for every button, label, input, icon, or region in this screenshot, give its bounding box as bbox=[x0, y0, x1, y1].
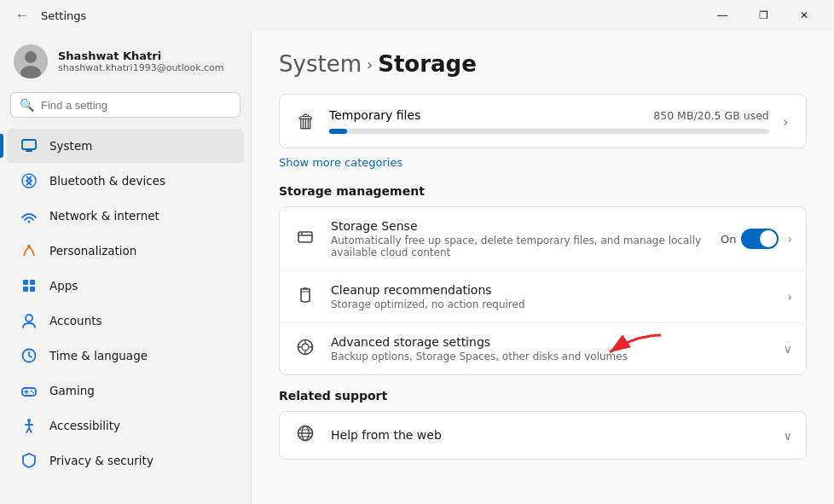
storage-bar-fill bbox=[329, 129, 347, 134]
title-bar: ← Settings — ❐ ✕ bbox=[0, 0, 834, 31]
maximize-button[interactable]: ❐ bbox=[744, 3, 783, 27]
toggle-label: On bbox=[721, 233, 736, 246]
cleanup-title: Cleanup recommendations bbox=[331, 283, 773, 297]
svg-rect-9 bbox=[23, 280, 28, 285]
close-button[interactable]: ✕ bbox=[785, 3, 824, 27]
storage-card-arrow: › bbox=[783, 113, 789, 130]
search-input[interactable] bbox=[41, 99, 231, 112]
support-card: Help from the web ∨ bbox=[279, 411, 807, 460]
svg-point-18 bbox=[31, 391, 32, 392]
sidebar-label-time: Time & language bbox=[49, 349, 148, 362]
svg-rect-3 bbox=[22, 140, 36, 149]
storage-card-size: 850 MB/20.5 GB used bbox=[653, 109, 769, 122]
svg-point-13 bbox=[26, 315, 32, 322]
sidebar-item-privacy[interactable]: Privacy & security bbox=[7, 443, 244, 478]
management-card: Storage Sense Automatically free up spac… bbox=[279, 206, 807, 375]
sidebar-label-privacy: Privacy & security bbox=[49, 454, 153, 467]
sidebar-item-personalization[interactable]: Personalization bbox=[7, 234, 244, 268]
sidebar-nav: System Bluetooth & devices bbox=[0, 128, 251, 478]
sidebar-item-bluetooth[interactable]: Bluetooth & devices bbox=[7, 164, 244, 198]
toggle-wrap: On bbox=[721, 229, 779, 249]
storage-sense-title: Storage Sense bbox=[331, 219, 707, 233]
sidebar-item-accessibility[interactable]: Accessibility bbox=[7, 408, 244, 443]
advanced-storage-text: Advanced storage settings Backup options… bbox=[331, 335, 770, 362]
svg-line-24 bbox=[29, 428, 32, 432]
svg-point-19 bbox=[32, 392, 34, 394]
sidebar-label-accounts: Accounts bbox=[49, 314, 102, 327]
advanced-storage-arrow: ∨ bbox=[784, 342, 792, 356]
sidebar-item-time[interactable]: Time & language bbox=[7, 339, 244, 373]
main-content: System › Storage 🗑 Temporary files 850 M… bbox=[252, 31, 834, 504]
svg-rect-12 bbox=[30, 287, 35, 292]
storage-sense-item[interactable]: Storage Sense Automatically free up spac… bbox=[280, 207, 806, 271]
sidebar-item-gaming[interactable]: Gaming bbox=[7, 374, 244, 408]
time-icon bbox=[20, 347, 38, 364]
search-box[interactable]: 🔍 bbox=[10, 92, 240, 118]
cleanup-arrow: › bbox=[787, 290, 792, 304]
sidebar-label-personalization: Personalization bbox=[49, 244, 136, 258]
sidebar: Shashwat Khatri shashwat.khatri1993@outl… bbox=[0, 31, 252, 504]
user-name: Shashwat Khatri bbox=[58, 49, 224, 62]
cleanup-icon bbox=[293, 286, 317, 309]
sidebar-label-bluetooth: Bluetooth & devices bbox=[49, 174, 165, 188]
svg-point-27 bbox=[301, 233, 303, 235]
advanced-storage-item[interactable]: Advanced storage settings Backup options… bbox=[280, 323, 806, 374]
sidebar-item-accounts[interactable]: Accounts bbox=[7, 304, 244, 338]
advanced-storage-icon bbox=[293, 338, 317, 361]
bluetooth-icon bbox=[20, 172, 38, 189]
accounts-icon bbox=[20, 312, 38, 329]
storage-card-title: Temporary files bbox=[329, 108, 420, 122]
breadcrumb: System › Storage bbox=[279, 51, 807, 77]
svg-point-31 bbox=[302, 344, 309, 350]
back-button[interactable]: ← bbox=[10, 6, 34, 25]
minimize-button[interactable]: — bbox=[703, 3, 742, 27]
user-section: Shashwat Khatri shashwat.khatri1993@outl… bbox=[0, 31, 251, 89]
privacy-icon bbox=[20, 452, 38, 469]
gaming-icon bbox=[20, 382, 38, 399]
sidebar-label-accessibility: Accessibility bbox=[49, 419, 120, 432]
storage-sense-arrow: › bbox=[787, 232, 792, 246]
storage-sense-sub: Automatically free up space, delete temp… bbox=[331, 235, 707, 258]
user-email: shashwat.khatri1993@outlook.com bbox=[58, 62, 224, 73]
related-support-title: Related support bbox=[279, 389, 807, 403]
svg-point-7 bbox=[28, 221, 31, 223]
storage-sense-toggle[interactable] bbox=[741, 229, 779, 249]
storage-bar-content: Temporary files 850 MB/20.5 GB used bbox=[329, 108, 769, 134]
help-web-icon bbox=[293, 424, 317, 447]
avatar bbox=[14, 44, 48, 78]
network-icon bbox=[20, 207, 38, 224]
help-web-arrow: ∨ bbox=[784, 429, 792, 443]
support-section: Related support Help from the web bbox=[279, 389, 807, 460]
sidebar-label-network: Network & internet bbox=[49, 209, 159, 223]
storage-sense-icon bbox=[293, 228, 317, 251]
storage-card[interactable]: 🗑 Temporary files 850 MB/20.5 GB used › bbox=[279, 94, 807, 148]
breadcrumb-current: Storage bbox=[378, 51, 477, 77]
storage-sense-text: Storage Sense Automatically free up spac… bbox=[331, 219, 707, 258]
app-title: Settings bbox=[41, 9, 86, 22]
cleanup-text: Cleanup recommendations Storage optimize… bbox=[331, 283, 773, 310]
svg-point-8 bbox=[27, 245, 31, 248]
svg-point-1 bbox=[25, 51, 37, 63]
show-more-link[interactable]: Show more categories bbox=[279, 156, 403, 169]
sidebar-item-apps[interactable]: Apps bbox=[7, 269, 244, 303]
cleanup-sub: Storage optimized, no action required bbox=[331, 298, 773, 310]
apps-icon bbox=[20, 277, 38, 294]
breadcrumb-parent[interactable]: System bbox=[279, 51, 362, 77]
help-web-title: Help from the web bbox=[331, 428, 770, 442]
sidebar-item-system[interactable]: System bbox=[7, 129, 244, 163]
window-controls: — ❐ ✕ bbox=[703, 3, 824, 27]
advanced-storage-title: Advanced storage settings bbox=[331, 335, 770, 349]
svg-rect-10 bbox=[30, 280, 35, 285]
search-icon: 🔍 bbox=[20, 98, 34, 112]
help-web-item[interactable]: Help from the web ∨ bbox=[280, 412, 806, 459]
accessibility-icon bbox=[20, 417, 38, 434]
sidebar-label-gaming: Gaming bbox=[49, 384, 95, 397]
svg-rect-11 bbox=[23, 287, 28, 292]
sidebar-label-apps: Apps bbox=[49, 279, 78, 293]
help-web-text: Help from the web bbox=[331, 428, 770, 443]
svg-rect-25 bbox=[298, 232, 312, 242]
sidebar-item-network[interactable]: Network & internet bbox=[7, 199, 244, 233]
storage-management-title: Storage management bbox=[279, 184, 807, 198]
cleanup-item[interactable]: Cleanup recommendations Storage optimize… bbox=[280, 271, 806, 323]
trash-icon: 🗑 bbox=[297, 111, 316, 132]
